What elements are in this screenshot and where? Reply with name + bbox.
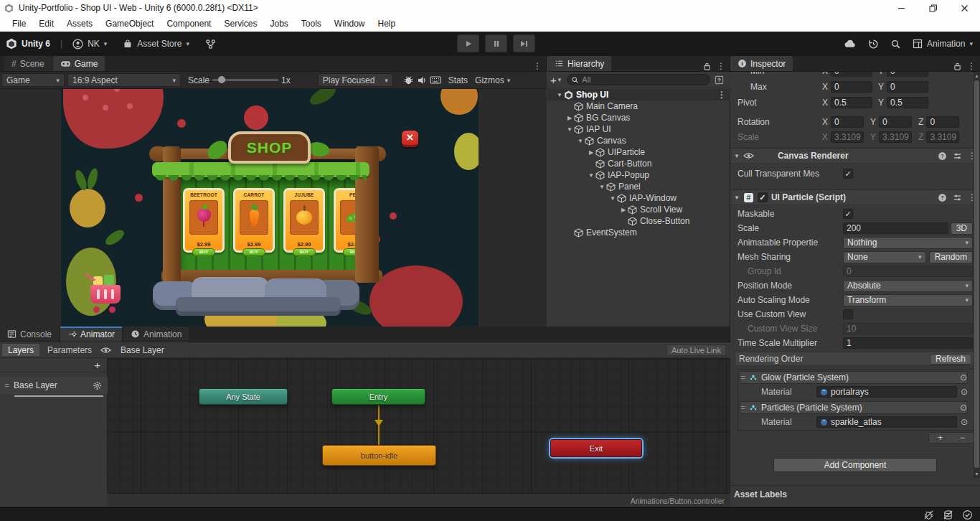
history-icon[interactable] xyxy=(868,39,879,50)
hierarchy-item-iap-popup[interactable]: ▼IAP-Popup xyxy=(547,169,730,181)
tab-scene[interactable]: # Scene xyxy=(4,56,52,71)
tab-inspector[interactable]: Inspector xyxy=(730,56,793,71)
material-field[interactable]: sparkle_atlas xyxy=(816,416,957,428)
stats-button[interactable]: Stats xyxy=(448,75,468,85)
menu-tools[interactable]: Tools xyxy=(295,19,328,29)
scale-x-field[interactable]: 3.3109 xyxy=(831,131,864,143)
object-picker-icon[interactable]: ⊙ xyxy=(961,387,968,397)
play-focused-dropdown[interactable]: Play Focused▾ xyxy=(318,73,393,87)
expand-arrow[interactable]: ▼ xyxy=(608,195,617,202)
cache-disabled-icon[interactable] xyxy=(943,510,953,520)
expand-arrow[interactable]: ▼ xyxy=(734,194,740,201)
help-icon[interactable] xyxy=(938,151,947,161)
hierarchy-item-canvas[interactable]: ▼Canvas xyxy=(547,135,730,146)
scale-y-field[interactable]: 3.3109 xyxy=(879,131,912,143)
list-remove-button[interactable]: − xyxy=(960,433,965,443)
menu-window[interactable]: Window xyxy=(328,19,372,29)
animator-graph[interactable] xyxy=(108,358,730,493)
menu-gameobject[interactable]: GameObject xyxy=(99,19,160,29)
drag-handle[interactable]: = xyxy=(740,372,745,382)
buy-button[interactable]: BUY xyxy=(293,248,316,256)
auto-scaling-dropdown[interactable]: Transform▾ xyxy=(843,294,973,306)
hierarchy-item-bg-canvas[interactable]: ▶BG Canvas xyxy=(547,112,730,123)
add-layer-button[interactable]: + xyxy=(94,359,100,371)
expand-arrow[interactable]: ▼ xyxy=(587,172,595,179)
step-button[interactable] xyxy=(513,34,535,52)
account-icon[interactable] xyxy=(72,39,83,50)
menu-jobs[interactable]: Jobs xyxy=(263,19,294,29)
version-control-icon[interactable] xyxy=(205,39,216,50)
tab-animator[interactable]: Animator xyxy=(60,327,122,342)
ui-particle-header[interactable]: ▼ ✓ UI Particle (Script) ⋮ xyxy=(730,189,980,205)
hierarchy-item-cart-button[interactable]: Cart-Button xyxy=(547,158,730,169)
shop-card-beetroot[interactable]: BEETROOT $2.99 BUY xyxy=(183,188,225,253)
menu-component[interactable]: Component xyxy=(160,19,217,29)
position-mode-dropdown[interactable]: Absolute▾ xyxy=(843,280,973,292)
hierarchy-item-iap-ui[interactable]: ▼IAP UI xyxy=(547,123,730,135)
presets-icon[interactable] xyxy=(953,151,962,161)
expand-arrow[interactable]: ▶ xyxy=(587,149,595,156)
hierarchy-kebab-icon[interactable]: ⋮ xyxy=(717,61,725,71)
layer-settings-gear-icon[interactable] xyxy=(93,381,102,390)
tab-game[interactable]: Game xyxy=(53,56,105,71)
list-add-button[interactable]: + xyxy=(938,433,943,443)
component-enabled-checkbox[interactable]: ✓ xyxy=(758,192,768,202)
expand-arrow[interactable]: ▼ xyxy=(555,92,564,98)
buy-button[interactable]: BUY xyxy=(242,248,265,256)
hierarchy-item-iap-window[interactable]: ▼IAP-Window xyxy=(547,192,730,204)
expand-arrow[interactable]: ▼ xyxy=(598,184,606,190)
asset-store-label[interactable]: Asset Store xyxy=(137,39,182,49)
min-y-field[interactable]: 0 xyxy=(887,72,928,77)
max-y-field[interactable]: 0 xyxy=(887,81,928,93)
search-icon[interactable] xyxy=(890,39,901,50)
object-picker-icon[interactable]: ⊙ xyxy=(960,372,967,382)
status-ok-icon[interactable] xyxy=(962,510,973,520)
asset-store-dropdown-arrow[interactable]: ▾ xyxy=(186,40,189,47)
game-kebab-icon[interactable]: ⋮ xyxy=(533,61,542,71)
debug-bug-icon[interactable] xyxy=(403,75,414,85)
shop-card-jujube[interactable]: JUJUBE $2.99 BUY xyxy=(283,188,325,253)
tab-animation[interactable]: Animation xyxy=(123,327,189,342)
state-button-idle[interactable]: button-idle xyxy=(322,445,436,466)
canvas-renderer-header[interactable]: ▼ Canvas Renderer ⋮ xyxy=(730,148,980,164)
particle-scale-field[interactable]: 200 xyxy=(843,222,948,234)
renderer-item-particles[interactable]: = Particles (Particle System) ⊙ xyxy=(740,401,968,414)
drag-handle[interactable]: = xyxy=(740,403,745,413)
asset-store-icon[interactable] xyxy=(123,39,133,49)
hierarchy-item-uiparticle[interactable]: ▶UIParticle xyxy=(547,146,730,158)
hierarchy-item-main-camera[interactable]: Main Camera xyxy=(547,100,730,112)
aspect-dropdown[interactable]: 16:9 Aspect▾ xyxy=(67,73,181,87)
min-x-field[interactable]: 0 xyxy=(831,72,872,77)
menu-services[interactable]: Services xyxy=(217,19,263,29)
max-x-field[interactable]: 0 xyxy=(831,81,872,93)
unity-hub-icon[interactable] xyxy=(6,38,17,50)
add-component-button[interactable]: Add Component xyxy=(773,458,937,472)
lock-icon[interactable] xyxy=(703,62,711,71)
pause-button[interactable] xyxy=(485,34,507,52)
buy-button[interactable]: BUY xyxy=(192,248,215,256)
account-dropdown-arrow[interactable]: ▾ xyxy=(104,40,108,47)
play-button[interactable] xyxy=(457,34,479,52)
3d-toggle-button[interactable]: 3D xyxy=(951,222,973,235)
shopping-cart-illustration[interactable] xyxy=(86,269,126,314)
object-picker-icon[interactable]: ⊙ xyxy=(960,403,967,413)
expand-arrow[interactable]: ▼ xyxy=(565,126,574,133)
add-object-dropdown-arrow[interactable]: ▾ xyxy=(558,76,562,83)
presets-icon[interactable] xyxy=(953,193,962,202)
shop-card-carrot[interactable]: CARROT $2.99 BUY xyxy=(233,188,275,253)
help-icon[interactable] xyxy=(938,193,947,202)
expand-arrow[interactable]: ▼ xyxy=(734,153,740,159)
scene-kebab-icon[interactable]: ⋮ xyxy=(717,90,726,100)
expand-arrow[interactable]: ▶ xyxy=(565,115,574,121)
menu-file[interactable]: File xyxy=(6,19,32,29)
rotation-y-field[interactable]: 0 xyxy=(879,116,912,128)
pivot-x-field[interactable]: 0.5 xyxy=(831,97,872,108)
tab-hierarchy[interactable]: Hierarchy xyxy=(547,56,611,71)
hierarchy-item-close-button[interactable]: Close-Button xyxy=(547,215,730,227)
time-scale-field[interactable]: 1 xyxy=(843,337,973,349)
renderer-item-glow[interactable]: = Glow (Particle System) ⊙ xyxy=(740,371,968,384)
expand-arrow[interactable]: ▶ xyxy=(619,207,628,213)
pivot-y-field[interactable]: 0.5 xyxy=(887,97,928,108)
mute-audio-icon[interactable] xyxy=(417,75,427,85)
layer-item-base-layer[interactable]: = Base Layer xyxy=(0,377,108,394)
